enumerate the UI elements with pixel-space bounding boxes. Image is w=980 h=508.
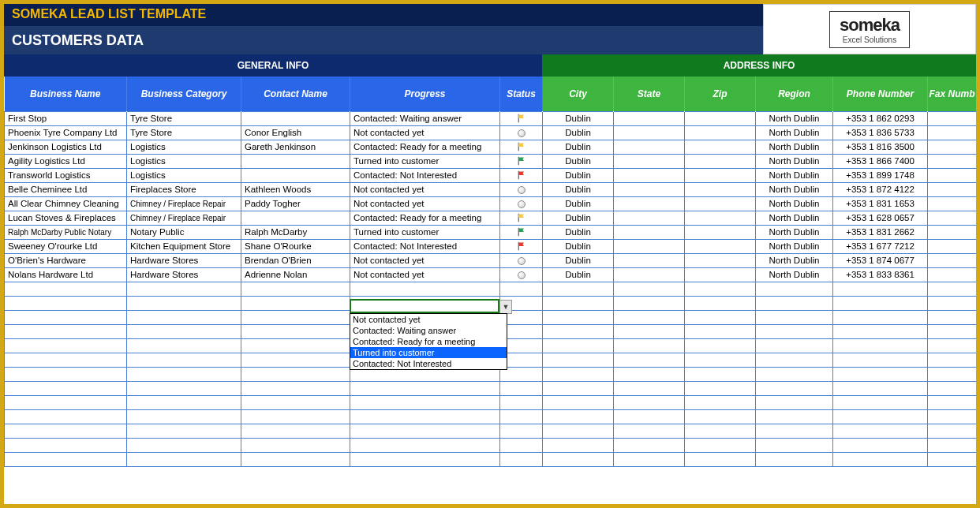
cell-state[interactable] [614, 168, 685, 182]
empty-cell[interactable] [127, 381, 241, 395]
empty-cell[interactable] [685, 424, 756, 438]
empty-cell[interactable] [127, 409, 241, 424]
cell-business-category[interactable]: Kitchen Equipment Store [127, 239, 241, 253]
empty-cell[interactable] [614, 310, 685, 324]
table-row-empty[interactable] [5, 395, 977, 409]
cell-phone[interactable]: +353 1 677 7212 [833, 239, 928, 253]
cell-status[interactable] [500, 154, 543, 168]
empty-cell[interactable] [614, 338, 685, 353]
cell-phone[interactable]: +353 1 833 8361 [833, 267, 928, 282]
empty-cell[interactable] [928, 452, 977, 466]
empty-cell[interactable] [928, 409, 977, 424]
empty-cell[interactable] [614, 438, 685, 452]
cell-region[interactable]: North Dublin [756, 182, 833, 196]
cell-business-name[interactable]: Lucan Stoves & Fireplaces [5, 211, 127, 225]
empty-cell[interactable] [756, 409, 833, 424]
cell-fax[interactable] [928, 125, 977, 140]
dropdown-option[interactable]: Contacted: Ready for a meeting [350, 336, 507, 347]
table-row[interactable]: Phoenix Tyre Company LtdTyre StoreConor … [5, 125, 977, 140]
cell-region[interactable]: North Dublin [756, 125, 833, 140]
empty-cell[interactable] [756, 296, 833, 310]
empty-cell[interactable] [614, 395, 685, 409]
empty-cell[interactable] [833, 452, 928, 466]
cell-fax[interactable] [928, 140, 977, 154]
empty-cell[interactable] [5, 381, 127, 395]
empty-cell[interactable] [5, 452, 127, 466]
empty-cell[interactable] [500, 395, 543, 409]
cell-zip[interactable] [685, 267, 756, 282]
cell-city[interactable]: Dublin [543, 225, 614, 239]
cell-city[interactable]: Dublin [543, 140, 614, 154]
empty-cell[interactable] [928, 296, 977, 310]
empty-cell[interactable] [241, 324, 350, 338]
cell-fax[interactable] [928, 225, 977, 239]
empty-cell[interactable] [241, 438, 350, 452]
empty-cell[interactable] [241, 452, 350, 466]
cell-business-name[interactable]: Ralph McDarby Public Notary [5, 225, 127, 239]
empty-cell[interactable] [241, 409, 350, 424]
cell-fax[interactable] [928, 267, 977, 282]
empty-cell[interactable] [5, 409, 127, 424]
empty-cell[interactable] [756, 395, 833, 409]
empty-cell[interactable] [350, 452, 500, 466]
cell-region[interactable]: North Dublin [756, 111, 833, 125]
cell-status[interactable] [500, 125, 543, 140]
empty-cell[interactable] [833, 381, 928, 395]
cell-state[interactable] [614, 182, 685, 196]
cell-contact-name[interactable]: Ralph McDarby [241, 225, 350, 239]
cell-fax[interactable] [928, 239, 977, 253]
empty-cell[interactable] [928, 424, 977, 438]
empty-cell[interactable] [685, 353, 756, 367]
empty-cell[interactable] [5, 353, 127, 367]
cell-contact-name[interactable]: Paddy Togher [241, 196, 350, 211]
empty-cell[interactable] [241, 310, 350, 324]
cell-contact-name[interactable]: Brendan O'Brien [241, 253, 350, 267]
cell-business-name[interactable]: Belle Cheminee Ltd [5, 182, 127, 196]
cell-contact-name[interactable]: Gareth Jenkinson [241, 140, 350, 154]
cell-business-name[interactable]: All Clear Chimney Cleaning [5, 196, 127, 211]
cell-fax[interactable] [928, 111, 977, 125]
cell-fax[interactable] [928, 168, 977, 182]
cell-business-name[interactable]: First Stop [5, 111, 127, 125]
cell-business-category[interactable]: Tyre Store [127, 111, 241, 125]
cell-city[interactable]: Dublin [543, 154, 614, 168]
empty-cell[interactable] [833, 409, 928, 424]
col-state[interactable]: State [614, 77, 685, 111]
empty-cell[interactable] [5, 296, 127, 310]
cell-state[interactable] [614, 196, 685, 211]
empty-cell[interactable] [685, 438, 756, 452]
cell-phone[interactable]: +353 1 874 0677 [833, 253, 928, 267]
cell-progress[interactable]: Contacted: Ready for a meeting [350, 211, 500, 225]
cell-phone[interactable]: +353 1 866 7400 [833, 154, 928, 168]
cell-business-category[interactable]: Chimney / Fireplace Repair [127, 196, 241, 211]
cell-zip[interactable] [685, 211, 756, 225]
empty-cell[interactable] [5, 282, 127, 296]
empty-cell[interactable] [614, 324, 685, 338]
empty-cell[interactable] [614, 367, 685, 381]
empty-cell[interactable] [500, 452, 543, 466]
dropdown-option[interactable]: Contacted: Waiting answer [350, 325, 507, 336]
empty-cell[interactable] [5, 395, 127, 409]
empty-cell[interactable] [500, 438, 543, 452]
cell-state[interactable] [614, 154, 685, 168]
cell-progress[interactable]: Not contacted yet [350, 267, 500, 282]
cell-fax[interactable] [928, 253, 977, 267]
cell-city[interactable]: Dublin [543, 125, 614, 140]
empty-cell[interactable] [928, 395, 977, 409]
cell-city[interactable]: Dublin [543, 253, 614, 267]
cell-progress[interactable]: Not contacted yet [350, 182, 500, 196]
empty-cell[interactable] [5, 424, 127, 438]
cell-state[interactable] [614, 225, 685, 239]
cell-business-category[interactable]: Fireplaces Store [127, 182, 241, 196]
empty-cell[interactable] [928, 310, 977, 324]
cell-city[interactable]: Dublin [543, 168, 614, 182]
cell-region[interactable]: North Dublin [756, 196, 833, 211]
cell-zip[interactable] [685, 140, 756, 154]
table-row[interactable]: Agility Logistics LtdLogisticsTurned int… [5, 154, 977, 168]
empty-cell[interactable] [350, 381, 500, 395]
empty-cell[interactable] [241, 395, 350, 409]
table-row[interactable]: Nolans Hardware LtdHardware StoresAdrien… [5, 267, 977, 282]
cell-progress[interactable]: Contacted: Not Interested [350, 168, 500, 182]
cell-business-category[interactable]: Notary Public [127, 225, 241, 239]
empty-cell[interactable] [543, 353, 614, 367]
